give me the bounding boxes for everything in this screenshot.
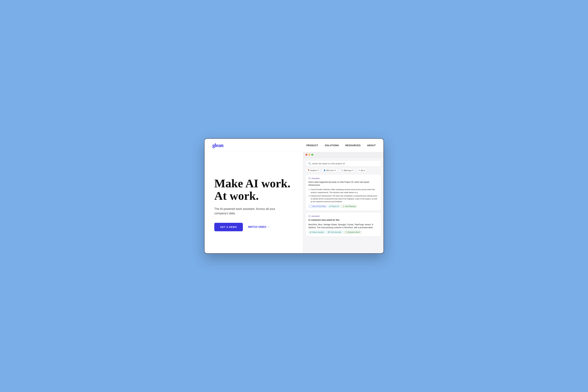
app-inner: 🔍 what's the latest on infra project v5 … [303,158,384,253]
assistant-icon-1 [308,177,310,179]
eye-icon: 👁 [358,170,360,171]
tag-feature-requests[interactable]: ◆ Feature requests [308,231,326,234]
filter-what-type[interactable]: 🔍 What type ▾ [339,168,355,172]
calendar-icon: 📅 [308,170,310,171]
nav-links: PRODUCT SOLUTIONS RESOURCES ABOUT [306,144,376,147]
nav-product[interactable]: PRODUCT [306,144,318,147]
tag-enterprise-deal[interactable]: 📋 Enterprise deal tr [344,231,362,234]
diamond-icon: ◆ [330,206,330,207]
nav-about[interactable]: ABOUT [367,144,376,147]
main-content: Make AI work. At work. The AI-powered wo… [204,152,384,253]
person-icon: 👤 [324,170,326,171]
sheet-icon-2: 📋 [345,231,347,233]
window-close-dot [306,154,308,156]
tag-row-2: ◆ Feature requests 🔄 Call transcripts 📋 … [308,231,378,234]
navigation: glean PRODUCT SOLUTIONS RESOURCES ABOUT [204,139,384,152]
diamond-icon-2: ◆ [310,231,311,233]
chat-list-1: Cloud Provider Selection: After evaluati… [308,188,378,203]
filter-row: 📅 Anytime ▾ 👤 Who from ▾ 🔍 What type ▾ [306,168,381,172]
window-minimize-dot [308,154,310,156]
get-demo-button[interactable]: GET A DEMO [214,223,243,231]
tag-row-1: 📄 Infra V5 Tech Plan ◆ Project V5 📋 Infr… [308,205,378,208]
chat-body-1: Here's what happened last week on Infra … [308,181,378,186]
search-icon: 🔍 [308,162,311,165]
assistant-label-1: Assistant [308,177,378,179]
chat-customers-text: NexaTech, Muvi, Vantage Global, SynergyX… [308,223,378,229]
logo: glean [212,142,224,148]
filter-who-from[interactable]: 👤 Who from ▾ [322,168,338,172]
tag-call-transcripts[interactable]: 🔄 Call transcripts [326,231,342,234]
tag-project-v5[interactable]: ◆ Project V5 [328,205,340,208]
type-icon: 🔍 [341,170,343,171]
watch-video-button[interactable]: WATCH VIDEO → [248,226,270,228]
search-input-text: what's the latest on infra project v5 [312,162,345,165]
app-panel: 🔍 what's the latest on infra project v5 … [303,152,384,253]
hero-section: Make AI work. At work. The AI-powered wo… [204,152,303,253]
sheet-icon: 📋 [343,206,344,207]
assistant-label-2: Assistant [308,215,378,217]
filter-anytime[interactable]: 📅 Anytime ▾ [306,168,320,172]
nav-solutions[interactable]: SOLUTIONS [325,144,339,147]
tag-infra-planning[interactable]: 📋 Infra Planning [341,205,357,208]
cta-row: GET A DEMO WATCH VIDEO → [214,223,293,231]
list-item-1: Cloud Provider Selection: After evaluati… [311,188,378,194]
filter-my-hi[interactable]: 👁 My hi [356,168,367,172]
mini-browser-chrome [303,152,384,158]
list-item-2: Infrastructure Assessment: The team has … [311,194,378,203]
assistant-icon-2 [308,215,310,217]
hero-headline: Make AI work. At work. [214,178,293,202]
hero-subtext: The AI-powered work assistant. Across al… [214,207,276,216]
doc-icon: 📄 [310,206,312,207]
chat-card-1: Assistant Here's what happened last week… [306,174,381,210]
chat-card-2: Assistant 11 customers have asked for th… [306,212,381,236]
tag-infra-v5[interactable]: 📄 Infra V5 Tech Plan [308,205,327,208]
refresh-icon: 🔄 [328,231,330,233]
search-bar[interactable]: 🔍 what's the latest on infra project v5 [306,160,381,166]
chat-body-2: 11 customers have asked for this. [308,218,378,222]
window-maximize-dot [311,154,313,156]
browser-window: glean PRODUCT SOLUTIONS RESOURCES ABOUT … [204,138,384,254]
nav-resources[interactable]: RESOURCES [346,144,361,147]
